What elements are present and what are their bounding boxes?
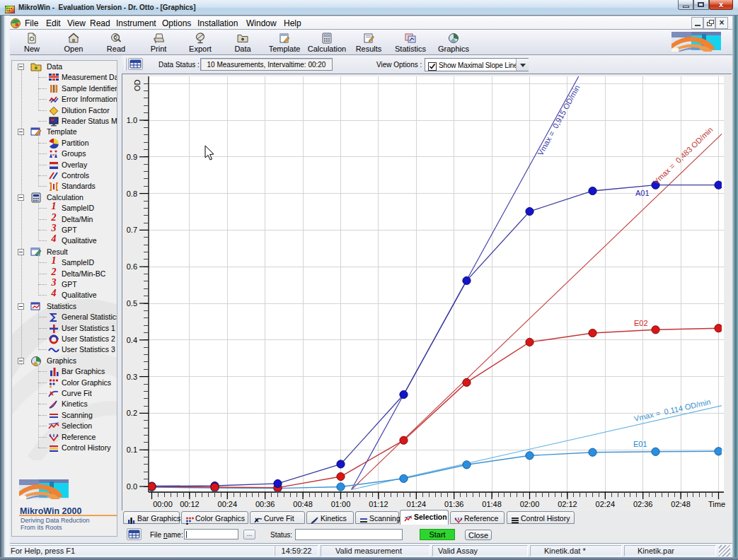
svg-text:0.0: 0.0 [127,482,137,491]
svg-text:0.6: 0.6 [127,262,137,271]
svg-text:E01: E01 [633,440,647,448]
svg-text:0.4: 0.4 [127,336,137,344]
svg-text:02:36: 02:36 [633,500,653,508]
svg-text:00:24: 00:24 [218,500,238,508]
svg-text:A01: A01 [635,189,650,197]
svg-text:0.7: 0.7 [127,226,137,234]
svg-text:0.1: 0.1 [127,445,137,454]
svg-text:02:24: 02:24 [596,500,616,508]
svg-text:01:36: 01:36 [444,500,464,508]
svg-text:01:24: 01:24 [407,500,427,508]
svg-text:1.0: 1.0 [127,116,137,124]
svg-text:E02: E02 [634,319,648,327]
svg-text:02:12: 02:12 [558,500,577,508]
svg-text:0.8: 0.8 [127,189,137,198]
svg-text:0.2: 0.2 [127,409,137,417]
svg-text:0.9: 0.9 [127,153,137,161]
svg-text:02:00: 02:00 [520,500,540,508]
svg-text:00:48: 00:48 [293,500,313,508]
svg-text:Time: Time [708,500,725,508]
svg-text:01:48: 01:48 [482,500,502,508]
svg-text:0.3: 0.3 [127,373,137,381]
svg-text:00:36: 00:36 [255,500,275,508]
svg-text:00:00: 00:00 [153,500,173,508]
svg-text:OD: OD [133,79,142,91]
svg-text:01:12: 01:12 [369,500,388,508]
svg-text:00:12: 00:12 [180,500,200,508]
svg-text:01:00: 01:00 [331,500,351,508]
svg-text:0.5: 0.5 [127,299,137,308]
svg-text:02:48: 02:48 [671,500,691,508]
